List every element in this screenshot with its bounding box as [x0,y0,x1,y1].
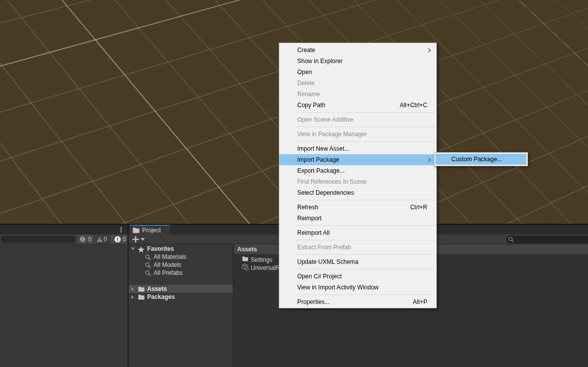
svg-text:{}: {} [245,266,249,271]
